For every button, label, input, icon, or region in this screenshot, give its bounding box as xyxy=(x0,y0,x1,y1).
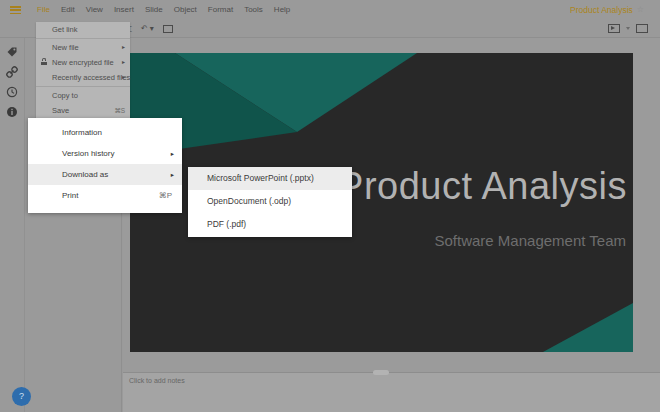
menu-item-label: OpenDocument (.odp) xyxy=(207,196,291,206)
link-icon[interactable] xyxy=(6,66,18,78)
menu-item-label: PDF (.pdf) xyxy=(207,219,246,229)
menu-shortcut: ⌘S xyxy=(114,103,125,118)
menu-item-get-link[interactable]: Get link xyxy=(36,22,130,37)
file-menu-dropdown: Get link New file ▸ New encrypted file ▸… xyxy=(36,22,130,118)
history-icon[interactable] xyxy=(6,86,18,98)
menu-item-label: Save xyxy=(52,106,69,115)
menu-item-version-history[interactable]: Version history ▸ xyxy=(28,143,182,164)
tag-icon[interactable] xyxy=(6,46,18,58)
menu-item-print[interactable]: Print ⌘P xyxy=(28,185,182,206)
toolbar-right-icons xyxy=(608,24,648,33)
submenu-arrow-icon: ▸ xyxy=(122,55,125,70)
left-sidebar xyxy=(0,38,25,412)
menu-item-label: New file xyxy=(52,43,79,52)
menu-item-label: Information xyxy=(62,128,102,137)
slide-title[interactable]: Product Analysis xyxy=(338,165,627,208)
menu-item-save[interactable]: Save ⌘S xyxy=(36,103,130,118)
submenu-arrow-icon: ▸ xyxy=(171,143,174,164)
submenu-arrow-icon: ▸ xyxy=(171,164,174,185)
menu-view[interactable]: View xyxy=(86,0,103,20)
submenu-arrow-icon: ▸ xyxy=(122,40,125,55)
menu-item-recently-accessed-files[interactable]: Recently accessed files ▸ xyxy=(36,70,130,85)
menu-bar: File Edit View Insert Slide Object Forma… xyxy=(0,0,660,20)
star-icon[interactable]: ☆ xyxy=(637,0,644,20)
toolbar-left-icons: T̲ ↶ ▾ xyxy=(127,23,173,34)
hamburger-menu-icon[interactable] xyxy=(10,6,21,14)
menu-object[interactable]: Object xyxy=(174,0,197,20)
notes-panel[interactable]: Click to add notes xyxy=(123,372,660,412)
submenu-item-pdf[interactable]: PDF (.pdf) xyxy=(188,213,352,236)
file-menu-highlighted-section: Information Version history ▸ Download a… xyxy=(28,118,182,213)
document-title[interactable]: Product Analysis ☆ xyxy=(570,0,644,20)
notes-placeholder: Click to add notes xyxy=(129,377,185,384)
menu-item-label: Version history xyxy=(62,149,114,158)
menu-edit[interactable]: Edit xyxy=(61,0,75,20)
present-icon[interactable] xyxy=(608,24,620,33)
undo-icon[interactable]: ↶ ▾ xyxy=(141,23,154,34)
menu-tools[interactable]: Tools xyxy=(244,0,263,20)
help-button[interactable]: ? xyxy=(12,387,31,406)
notes-resize-handle[interactable] xyxy=(373,370,389,375)
present-fullscreen-icon[interactable] xyxy=(636,24,648,33)
image-icon[interactable] xyxy=(163,25,173,33)
menu-item-new-encrypted-file[interactable]: New encrypted file ▸ xyxy=(36,55,130,70)
menu-item-information[interactable]: Information xyxy=(28,122,182,143)
info-icon[interactable] xyxy=(6,106,18,118)
menu-item-label: Download as xyxy=(62,170,108,179)
lock-icon xyxy=(41,60,47,65)
menu-item-copy-to[interactable]: Copy to xyxy=(36,88,130,103)
menubar-items: File Edit View Insert Slide Object Forma… xyxy=(37,0,290,20)
menu-file[interactable]: File xyxy=(37,0,50,20)
menu-item-label: Copy to xyxy=(52,91,78,100)
slide-subtitle[interactable]: Software Management Team xyxy=(435,232,627,249)
present-options-caret-icon[interactable] xyxy=(626,27,630,30)
menu-shortcut: ⌘P xyxy=(159,185,172,206)
menu-item-label: Recently accessed files xyxy=(52,73,130,82)
submenu-arrow-icon: ▸ xyxy=(122,70,125,85)
document-title-text: Product Analysis xyxy=(570,0,633,20)
menu-item-label: New encrypted file xyxy=(52,58,114,67)
menu-format[interactable]: Format xyxy=(208,0,233,20)
menu-slide[interactable]: Slide xyxy=(145,0,163,20)
menu-item-new-file[interactable]: New file ▸ xyxy=(36,40,130,55)
menu-item-label: Microsoft PowerPoint (.pptx) xyxy=(207,173,314,183)
menu-help[interactable]: Help xyxy=(274,0,290,20)
menu-item-download-as[interactable]: Download as ▸ xyxy=(28,164,182,185)
submenu-item-odp[interactable]: OpenDocument (.odp) xyxy=(188,190,352,213)
menu-item-label: Print xyxy=(62,191,78,200)
menu-insert[interactable]: Insert xyxy=(114,0,134,20)
menu-separator xyxy=(36,38,130,39)
download-as-submenu: Microsoft PowerPoint (.pptx) OpenDocumen… xyxy=(188,167,352,237)
submenu-item-pptx[interactable]: Microsoft PowerPoint (.pptx) xyxy=(188,167,352,190)
menu-item-label: Get link xyxy=(52,25,77,34)
menu-separator xyxy=(36,86,130,87)
